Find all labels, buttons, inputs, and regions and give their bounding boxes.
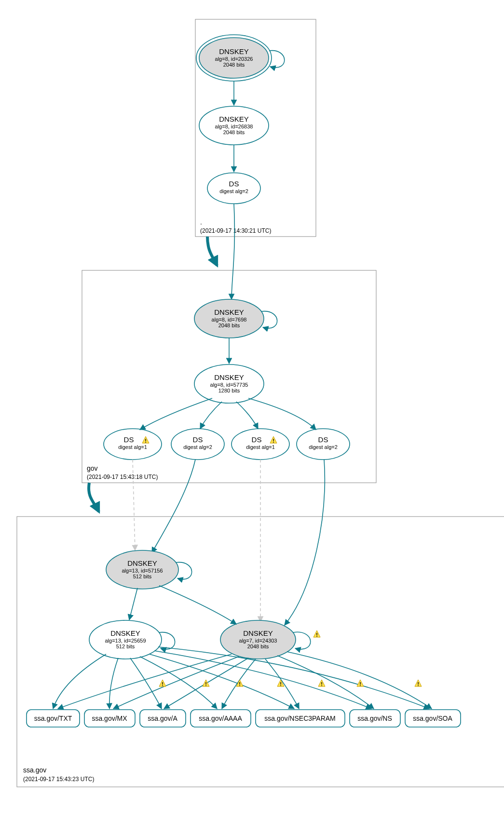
svg-text:!: ! bbox=[272, 438, 274, 444]
svg-text:!: ! bbox=[280, 681, 282, 687]
edge bbox=[285, 460, 325, 625]
edge bbox=[159, 586, 236, 624]
node-gov-ds1: DS digest alg=1 ! bbox=[104, 429, 162, 460]
svg-text:ssa.gov/NSEC3PARAM: ssa.gov/NSEC3PARAM bbox=[264, 714, 336, 722]
edge bbox=[129, 588, 137, 620]
rrset-row: ssa.gov/TXT ssa.gov/MX ssa.gov/A ssa.gov… bbox=[27, 710, 461, 727]
svg-text:ssa.gov/NS: ssa.gov/NS bbox=[357, 714, 392, 722]
svg-text:DNSKEY: DNSKEY bbox=[243, 629, 273, 637]
edge bbox=[248, 398, 316, 430]
node-gov-ds3: DS digest alg=1 ! bbox=[232, 429, 289, 460]
delegation-gov-ssa bbox=[89, 483, 99, 512]
svg-text:ssa.gov/TXT: ssa.gov/TXT bbox=[34, 714, 72, 722]
svg-text:DS: DS bbox=[318, 435, 328, 444]
svg-text:DS: DS bbox=[252, 435, 262, 444]
warning-icon: ! bbox=[357, 680, 364, 687]
svg-text:!: ! bbox=[359, 681, 361, 687]
warning-icon: ! bbox=[313, 630, 320, 638]
svg-text:digest alg=2: digest alg=2 bbox=[183, 444, 212, 450]
svg-text:alg=8, id=57735: alg=8, id=57735 bbox=[210, 382, 248, 388]
node-gov-zsk: DNSKEY alg=8, id=57735 1280 bits bbox=[194, 364, 264, 403]
svg-text:DNSKEY: DNSKEY bbox=[214, 308, 244, 316]
svg-text:512 bits: 512 bits bbox=[116, 644, 135, 649]
svg-text:ssa.gov/AAAA: ssa.gov/AAAA bbox=[199, 714, 242, 722]
node-gov-ds4: DS digest alg=2 bbox=[297, 429, 350, 460]
svg-text:alg=13, id=25659: alg=13, id=25659 bbox=[105, 638, 146, 644]
svg-text:!: ! bbox=[162, 681, 163, 687]
svg-text:2048 bits: 2048 bits bbox=[223, 129, 245, 135]
zone-root-name: . bbox=[200, 218, 202, 226]
edge bbox=[140, 398, 212, 430]
svg-text:!: ! bbox=[321, 681, 323, 687]
node-root-ds: DS digest alg=2 bbox=[207, 173, 260, 204]
edge bbox=[152, 460, 195, 553]
warning-icon: ! bbox=[159, 680, 166, 687]
edge bbox=[236, 402, 258, 429]
node-gov-ksk: DNSKEY alg=8, id=7698 2048 bits bbox=[194, 299, 277, 338]
svg-text:DNSKEY: DNSKEY bbox=[214, 373, 244, 381]
svg-text:DNSKEY: DNSKEY bbox=[219, 47, 249, 56]
svg-text:DNSKEY: DNSKEY bbox=[127, 559, 157, 567]
node-ssa-ksk2: DNSKEY alg=7, id=24303 2048 bits ! bbox=[220, 620, 320, 659]
svg-text:512 bits: 512 bits bbox=[133, 574, 152, 579]
svg-text:!: ! bbox=[239, 681, 241, 687]
edge bbox=[232, 204, 234, 299]
svg-text:digest alg=1: digest alg=1 bbox=[118, 444, 147, 450]
svg-text:!: ! bbox=[205, 681, 207, 687]
svg-text:!: ! bbox=[316, 632, 318, 638]
warning-icon: ! bbox=[318, 680, 325, 687]
node-ssa-ksk1: DNSKEY alg=13, id=57156 512 bits bbox=[106, 550, 192, 589]
svg-text:alg=8, id=7698: alg=8, id=7698 bbox=[212, 317, 247, 322]
svg-text:digest alg=2: digest alg=2 bbox=[219, 188, 248, 194]
svg-text:alg=8, id=26838: alg=8, id=26838 bbox=[215, 124, 253, 129]
warning-icon: ! bbox=[203, 680, 209, 687]
zone-root-ts: (2021-09-17 14:30:21 UTC) bbox=[200, 227, 271, 234]
svg-text:ssa.gov/SOA: ssa.gov/SOA bbox=[413, 714, 452, 722]
edge bbox=[200, 402, 222, 429]
svg-text:ssa.gov/A: ssa.gov/A bbox=[148, 714, 177, 722]
svg-text:DS: DS bbox=[193, 435, 203, 444]
svg-text:alg=13, id=57156: alg=13, id=57156 bbox=[122, 568, 163, 574]
svg-text:2048 bits: 2048 bits bbox=[247, 644, 269, 649]
warning-icon: ! bbox=[277, 680, 284, 687]
zone-gov-ts: (2021-09-17 15:43:18 UTC) bbox=[87, 474, 158, 480]
svg-text:alg=7, id=24303: alg=7, id=24303 bbox=[239, 638, 277, 644]
svg-text:!: ! bbox=[145, 438, 147, 444]
zone-ssa-ts: (2021-09-17 15:43:23 UTC) bbox=[23, 776, 94, 783]
zone-ssa-name: ssa.gov bbox=[23, 766, 46, 774]
node-ssa-zsk: DNSKEY alg=13, id=25659 512 bits bbox=[89, 620, 175, 659]
svg-text:DS: DS bbox=[229, 180, 239, 188]
node-root-ksk: DNSKEY alg=8, id=20326 2048 bits bbox=[196, 35, 285, 81]
svg-text:DS: DS bbox=[124, 435, 134, 444]
svg-text:2048 bits: 2048 bits bbox=[223, 62, 245, 68]
svg-text:alg=8, id=20326: alg=8, id=20326 bbox=[215, 56, 253, 62]
zone-gov-name: gov bbox=[87, 464, 98, 472]
dnssec-diagram: . (2021-09-17 14:30:21 UTC) DNSKEY alg=8… bbox=[10, 10, 504, 821]
node-gov-ds2: DS digest alg=2 bbox=[171, 429, 224, 460]
svg-text:digest alg=1: digest alg=1 bbox=[246, 444, 275, 450]
svg-text:digest alg=2: digest alg=2 bbox=[309, 444, 338, 450]
svg-text:!: ! bbox=[417, 681, 419, 687]
svg-text:ssa.gov/MX: ssa.gov/MX bbox=[92, 714, 127, 722]
warning-icon: ! bbox=[415, 680, 422, 687]
delegation-root-gov bbox=[207, 237, 217, 266]
svg-text:DNSKEY: DNSKEY bbox=[219, 115, 249, 123]
node-root-zsk: DNSKEY alg=8, id=26838 2048 bits bbox=[199, 106, 269, 145]
svg-text:2048 bits: 2048 bits bbox=[218, 322, 240, 328]
svg-text:1280 bits: 1280 bits bbox=[218, 388, 240, 393]
svg-text:DNSKEY: DNSKEY bbox=[110, 629, 140, 637]
